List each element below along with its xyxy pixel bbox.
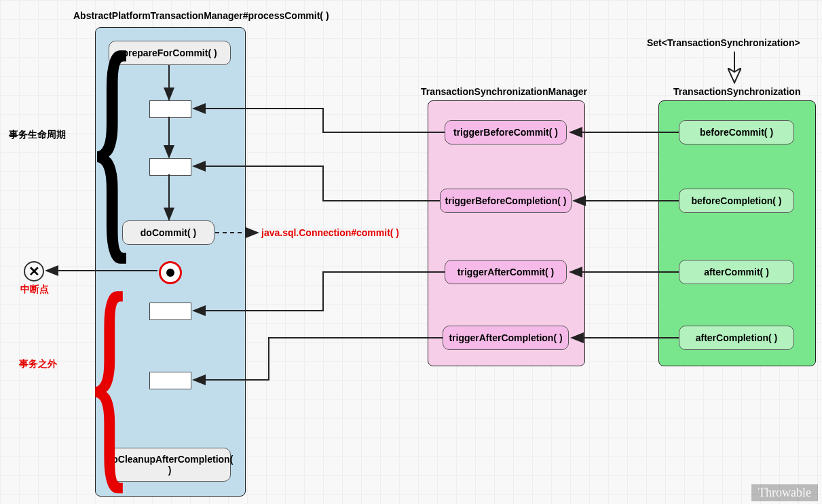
breakpoint-bullseye	[159, 261, 182, 284]
title-set: Set<TransactionSynchronization>	[647, 37, 800, 48]
node-do-commit: doCommit( )	[122, 220, 214, 245]
node-after-completion: afterCompletion( )	[679, 326, 794, 350]
watermark: Throwable	[751, 484, 818, 501]
node-trigger-before-commit: triggerBeforeCommit( )	[445, 120, 567, 144]
brace-outside-icon: {	[92, 256, 126, 501]
label-lifecycle: 事务生命周期	[9, 129, 66, 141]
node-after-commit: afterCommit( )	[679, 260, 794, 284]
bar-1	[149, 100, 191, 118]
node-trigger-after-completion: triggerAfterCompletion( )	[443, 326, 569, 350]
bar-3	[149, 303, 191, 320]
node-before-commit: beforeCommit( )	[679, 120, 794, 144]
bar-2	[149, 158, 191, 176]
terminator-icon: ✕	[24, 261, 44, 282]
node-trigger-after-commit: triggerAfterCommit( )	[445, 260, 567, 284]
title-mgr: TransactionSynchronizationManager	[421, 86, 587, 97]
node-trigger-before-completion: triggerBeforeCompletion( )	[440, 189, 572, 213]
node-do-cleanup: doCleanupAfterCompletion( )	[109, 448, 231, 482]
label-connection-commit: java.sql.Connection#commit( )	[261, 227, 399, 238]
title-sync: TransactionSynchronization	[673, 86, 800, 97]
node-before-completion: beforeCompletion( )	[679, 189, 794, 213]
label-breakpoint: 中断点	[20, 284, 49, 296]
brace-lifecycle-icon: {	[94, 20, 130, 265]
bar-4	[149, 372, 191, 389]
label-outside: 事务之外	[19, 358, 57, 370]
